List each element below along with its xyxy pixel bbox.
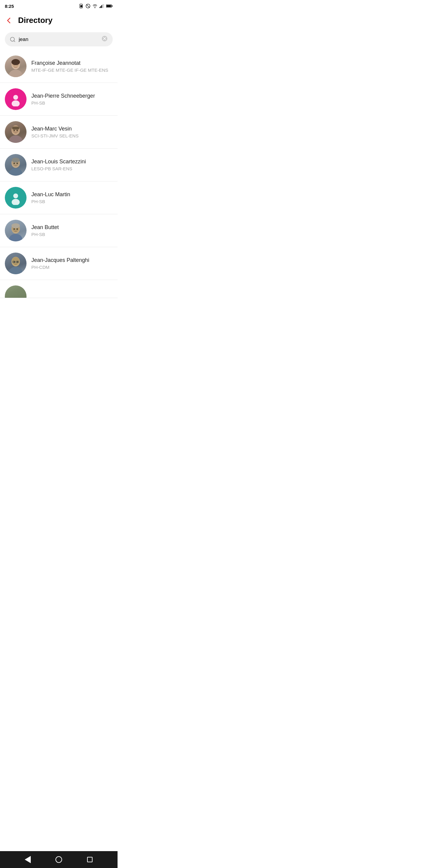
contact-item[interactable]: Jean-Louis Scartezzini LESO-PB SAR-ENS	[0, 149, 118, 181]
svg-point-34	[12, 158, 20, 162]
svg-point-20	[11, 59, 20, 65]
avatar	[5, 154, 27, 176]
svg-rect-6	[101, 5, 102, 8]
avatar	[5, 56, 27, 77]
svg-point-29	[13, 130, 15, 131]
contact-name: Jean-Marc Vesin	[31, 126, 113, 132]
page-title: Directory	[18, 16, 53, 25]
contact-item[interactable]: Jean-Jacques Paltenghi PH-CDM	[0, 247, 118, 280]
contact-dept: PH-CDM	[31, 265, 113, 270]
svg-point-43	[13, 228, 15, 230]
contact-info: Jean-Louis Scartezzini LESO-PB SAR-ENS	[31, 158, 113, 171]
avatar	[5, 187, 27, 209]
status-time: 8:25	[5, 4, 14, 9]
contact-dept: LESO-PB SAR-ENS	[31, 166, 113, 171]
svg-point-44	[17, 228, 18, 230]
avatar	[5, 121, 27, 143]
svg-rect-4	[99, 7, 100, 8]
contact-list: Françoise Jeannotat MTE-IF-GE MTE-GE IF-…	[0, 50, 118, 298]
contact-name: Jean Buttet	[31, 224, 113, 230]
svg-rect-7	[102, 4, 103, 8]
svg-point-47	[9, 267, 22, 274]
contact-info: Jean-Luc Martin PH-SB	[31, 191, 113, 204]
svg-point-33	[9, 168, 22, 176]
svg-point-21	[13, 64, 15, 65]
avatar	[5, 220, 27, 241]
contact-info: Jean-Pierre Schneeberger PH-SB	[31, 93, 113, 105]
contact-name: Jean-Luc Martin	[31, 191, 113, 198]
contact-item-partial[interactable]	[0, 280, 118, 298]
search-icon	[10, 36, 16, 42]
svg-point-36	[17, 163, 18, 164]
contact-info: Jean-Jacques Paltenghi PH-CDM	[31, 257, 113, 270]
blocked-icon	[86, 4, 90, 8]
status-bar: 8:25	[0, 0, 118, 12]
svg-rect-1	[81, 5, 83, 7]
svg-point-37	[13, 193, 18, 198]
signal-icon	[99, 4, 104, 8]
svg-point-19	[9, 70, 22, 77]
clear-search-button[interactable]	[101, 35, 108, 43]
svg-point-38	[12, 199, 20, 205]
contact-info: Jean-Marc Vesin SCI-STI-JMV SEL-ENS	[31, 126, 113, 138]
app-header: Directory	[0, 12, 118, 29]
contact-name: Jean-Louis Scartezzini	[31, 158, 113, 165]
svg-line-3	[87, 4, 89, 7]
contact-name: Françoise Jeannotat	[31, 60, 113, 66]
svg-point-23	[13, 95, 18, 100]
avatar	[5, 88, 27, 110]
avatar	[5, 285, 27, 298]
battery-icon	[106, 4, 113, 8]
wifi-icon	[92, 4, 98, 8]
svg-point-42	[11, 223, 20, 228]
svg-rect-28	[12, 127, 19, 130]
contact-dept: PH-SB	[31, 100, 113, 105]
svg-point-22	[17, 64, 18, 65]
contact-item[interactable]: Françoise Jeannotat MTE-IF-GE MTE-GE IF-…	[0, 50, 118, 83]
svg-point-24	[12, 100, 20, 106]
contact-info: Françoise Jeannotat MTE-IF-GE MTE-GE IF-…	[31, 60, 113, 73]
svg-line-13	[14, 40, 15, 41]
svg-rect-10	[112, 5, 113, 7]
svg-point-35	[13, 163, 15, 164]
contact-item[interactable]: Jean-Pierre Schneeberger PH-SB	[0, 83, 118, 116]
status-icons	[79, 4, 113, 8]
search-bar[interactable]	[5, 32, 113, 46]
svg-rect-5	[100, 6, 101, 8]
svg-point-52	[17, 261, 18, 262]
contact-item[interactable]: Jean-Marc Vesin SCI-STI-JMV SEL-ENS	[0, 116, 118, 149]
back-button[interactable]	[5, 16, 13, 25]
svg-rect-11	[106, 5, 111, 7]
avatar	[5, 253, 27, 274]
svg-rect-8	[103, 4, 104, 8]
svg-point-41	[9, 234, 22, 241]
contact-name: Jean-Jacques Paltenghi	[31, 257, 113, 264]
sim-icon	[79, 4, 84, 8]
contact-dept: MTE-IF-GE MTE-GE IF-GE MTE-ENS	[31, 67, 113, 73]
contact-item[interactable]: Jean Buttet PH-SB	[0, 214, 118, 247]
svg-point-51	[13, 261, 15, 262]
contact-item[interactable]: Jean-Luc Martin PH-SB	[0, 181, 118, 214]
contact-dept: PH-SB	[31, 199, 113, 204]
svg-point-27	[9, 135, 22, 143]
contact-dept: PH-SB	[31, 232, 113, 237]
svg-point-30	[17, 130, 18, 131]
search-input[interactable]	[19, 36, 98, 42]
contact-name: Jean-Pierre Schneeberger	[31, 93, 113, 99]
contact-dept: SCI-STI-JMV SEL-ENS	[31, 133, 113, 138]
contact-info: Jean Buttet PH-SB	[31, 224, 113, 237]
